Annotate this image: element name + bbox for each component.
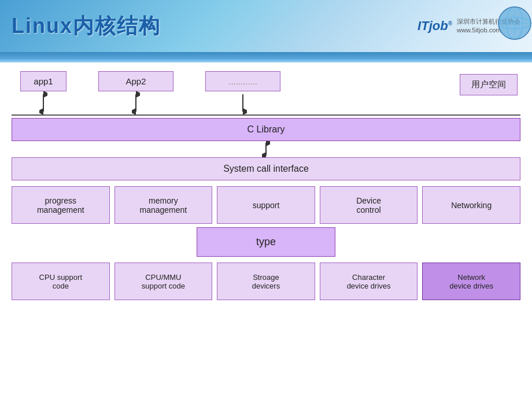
brand-name: ITjob® xyxy=(418,19,452,34)
user-space-area: 用户空间 xyxy=(460,74,518,95)
mgmt-box-networking: Networking xyxy=(422,186,520,224)
mgmt-row: progress management memory management su… xyxy=(12,186,520,224)
mgmt-box-support: support xyxy=(217,186,315,224)
type-box: type xyxy=(197,227,335,257)
main-content: app1 xyxy=(0,62,532,309)
clibrary-box: C Library xyxy=(12,118,520,141)
type-row: type xyxy=(12,227,520,257)
mgmt-box-memory: memory management xyxy=(114,186,213,224)
app2-box: App2 xyxy=(98,71,173,91)
apps-group: app1 xyxy=(12,71,460,114)
bottom-box-character: Character device drives xyxy=(320,263,418,300)
app2-group: App2 xyxy=(98,71,173,114)
apps-row: app1 xyxy=(12,71,520,114)
bottom-box-stroage: Stroage devicers xyxy=(217,263,315,300)
header: Linux内核结构 ITjob® 深圳市计算机行业协会 www.5itjob.c… xyxy=(0,0,532,52)
user-space-box: 用户空间 xyxy=(460,74,518,95)
bottom-box-network: Network device drives xyxy=(422,263,520,300)
apps-section: app1 xyxy=(12,71,520,116)
down-arrow-clibrary xyxy=(262,141,270,157)
bottom-box-cpummu: CPU/MMU support code xyxy=(114,263,213,300)
title-text: Linux内核结构 xyxy=(12,14,161,38)
dots-arrow xyxy=(239,91,247,114)
clibrary-arrow xyxy=(12,141,520,157)
page-title: Linux内核结构 xyxy=(12,12,161,40)
app2-arrow xyxy=(132,91,140,114)
bottom-row: CPU support code CPU/MMU support code St… xyxy=(12,263,520,300)
app1-group: app1 xyxy=(20,71,66,114)
syscall-box: System call interface xyxy=(12,157,520,180)
bottom-box-cpu-support: CPU support code xyxy=(12,263,110,300)
dots-group: ............ xyxy=(205,71,280,114)
app1-box: app1 xyxy=(20,71,66,91)
divider-line xyxy=(12,114,520,116)
app1-arrow xyxy=(39,91,47,114)
globe-icon xyxy=(497,6,532,40)
mgmt-box-progress: progress management xyxy=(12,186,110,224)
dots-box: ............ xyxy=(205,71,280,91)
wave-bar xyxy=(0,52,532,62)
mgmt-box-device: Device control xyxy=(320,186,418,224)
